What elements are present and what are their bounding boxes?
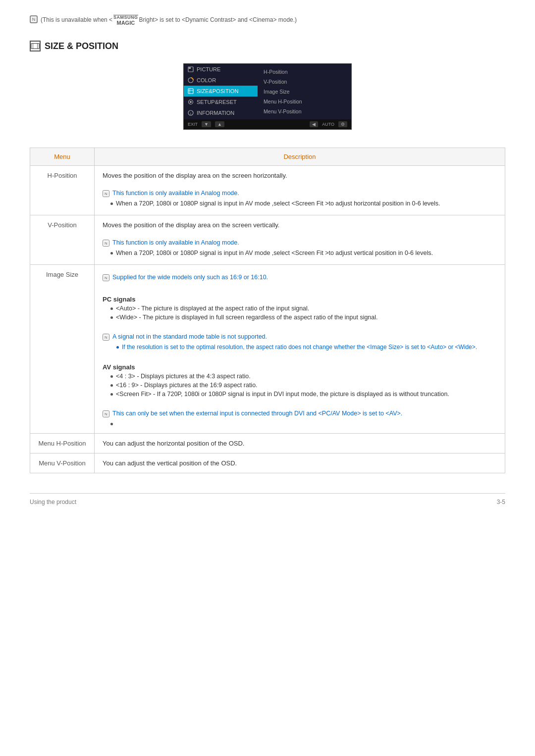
right-image-size: Image Size xyxy=(264,88,345,96)
footer: Using the product 3-5 xyxy=(30,493,505,505)
top-note-text: (This is unavailable when <SAMSUNGMAGICB… xyxy=(41,15,297,26)
footer-right: 3-5 xyxy=(497,499,505,505)
desc-cell-h-position: Moves the position of the display area o… xyxy=(95,166,505,215)
menu-item-color: COLOR xyxy=(184,75,258,86)
v-pos-main-desc: Moves the position of the display area o… xyxy=(103,221,497,229)
svg-text:N: N xyxy=(105,241,107,246)
monitor-menu-box: PICTURE COLOR SIZE&POSITION SETUP&RESET … xyxy=(183,63,352,130)
pc-bullet-wide: <Wide> - The picture is displayed in ful… xyxy=(110,314,497,321)
monitor-menu-left: PICTURE COLOR SIZE&POSITION SETUP&RESET … xyxy=(184,64,258,119)
image-size-sub-bullet: If the resolution is set to the optimal … xyxy=(116,344,497,351)
svg-rect-6 xyxy=(189,67,191,69)
col-menu: Menu xyxy=(30,148,95,166)
footer-left: Using the product xyxy=(30,499,76,505)
pc-signals-label: PC signals xyxy=(103,296,497,303)
menu-h-position-desc: You can adjust the horizontal position o… xyxy=(103,440,244,447)
h-pos-bullet1: When a 720P, 1080i or 1080P signal is in… xyxy=(110,200,497,207)
right-h-position: H-Position xyxy=(264,68,345,76)
image-size-note-bottom: N This can only be set when the external… xyxy=(103,410,497,417)
svg-rect-8 xyxy=(188,89,193,94)
desc-cell-image-size: N Supplied for the wide models only such… xyxy=(95,265,505,434)
image-size-note-signal: N A signal not in the standard mode tabl… xyxy=(103,333,497,341)
v-pos-note1: N This function is only available in Ana… xyxy=(103,239,497,247)
monitor-menu-image: PICTURE COLOR SIZE&POSITION SETUP&RESET … xyxy=(30,63,505,130)
svg-text:N: N xyxy=(105,276,107,280)
monitor-menu-right: H-Position V-Position Image Size Menu H-… xyxy=(258,64,351,119)
pc-bullet-auto: <Auto> - The picture is displayed at the… xyxy=(110,305,497,312)
menu-item-setup-reset: SETUP&RESET xyxy=(184,97,258,107)
svg-text:N: N xyxy=(105,192,107,196)
note-icon: N xyxy=(30,15,38,23)
desc-cell-v-position: Moves the position of the display area o… xyxy=(95,215,505,265)
monitor-bottom-bar: EXIT ▼ ▲ ◀ AUTO ⚙ xyxy=(184,119,351,129)
section-icon xyxy=(30,41,41,51)
image-size-note-signal-text: A signal not in the standard mode table … xyxy=(112,333,267,340)
av-signals-label: AV signals xyxy=(103,363,497,371)
table-row-image-size: Image Size N Supplied for the wide model… xyxy=(30,265,505,434)
menu-cell-image-size: Image Size xyxy=(30,265,95,434)
table-row-v-position: V-Position Moves the position of the dis… xyxy=(30,215,505,265)
image-size-note-bottom-text: This can only be set when the external i… xyxy=(112,410,402,417)
table-row-menu-v-position: Menu V-Position You can adjust the verti… xyxy=(30,454,505,473)
svg-text:N: N xyxy=(105,412,107,416)
right-menu-h-position: Menu H-Position xyxy=(264,98,345,105)
image-size-note-top-text: Supplied for the wide models only such a… xyxy=(112,274,268,281)
v-pos-bullet1: When a 720P, 1080i or 1080P signal is in… xyxy=(110,250,497,256)
v-pos-note1-text: This function is only available in Analo… xyxy=(112,239,239,246)
menu-item-information: i INFORMATION xyxy=(184,107,258,118)
menu-cell-menu-h-position: Menu H-Position xyxy=(30,434,95,454)
menu-cell-h-position: H-Position xyxy=(30,166,95,215)
image-size-empty-bullet xyxy=(110,420,497,425)
menu-cell-menu-v-position: Menu V-Position xyxy=(30,454,95,473)
svg-text:N: N xyxy=(105,335,107,340)
desc-cell-menu-v-position: You can adjust the vertical position of … xyxy=(95,454,505,473)
top-note: N (This is unavailable when <SAMSUNGMAGI… xyxy=(30,15,505,26)
svg-rect-2 xyxy=(31,44,39,49)
desc-cell-menu-h-position: You can adjust the horizontal position o… xyxy=(95,434,505,454)
table-row-h-position: H-Position Moves the position of the dis… xyxy=(30,166,505,215)
menu-item-picture: PICTURE xyxy=(184,64,258,75)
svg-point-12 xyxy=(190,101,192,103)
av-bullet-16-9: <16 : 9> - Displays pictures at the 16:9… xyxy=(110,382,497,389)
right-menu-v-position: Menu V-Position xyxy=(264,107,345,115)
h-pos-note1-text: This function is only available in Analo… xyxy=(112,190,239,197)
right-v-position: V-Position xyxy=(264,78,345,86)
menu-item-size-position: SIZE&POSITION xyxy=(184,86,258,97)
menu-cell-v-position: V-Position xyxy=(30,215,95,265)
svg-text:N: N xyxy=(32,17,36,22)
svg-text:i: i xyxy=(190,111,191,116)
section-title: SIZE & POSITION xyxy=(30,41,505,51)
h-pos-main-desc: Moves the position of the display area o… xyxy=(103,172,497,179)
av-bullet-4-3: <4 : 3> - Displays pictures at the 4:3 a… xyxy=(110,373,497,380)
image-size-note-top: N Supplied for the wide models only such… xyxy=(103,274,497,281)
menu-v-position-desc: You can adjust the vertical position of … xyxy=(103,459,237,467)
main-table: Menu Description H-Position Moves the po… xyxy=(30,148,505,473)
h-pos-note1: N This function is only available in Ana… xyxy=(103,190,497,197)
table-row-menu-h-position: Menu H-Position You can adjust the horiz… xyxy=(30,434,505,454)
col-desc: Description xyxy=(95,148,505,166)
section-title-text: SIZE & POSITION xyxy=(45,41,118,51)
av-bullet-screen-fit: <Screen Fit> - If a 720P, 1080i or 1080P… xyxy=(110,391,497,398)
